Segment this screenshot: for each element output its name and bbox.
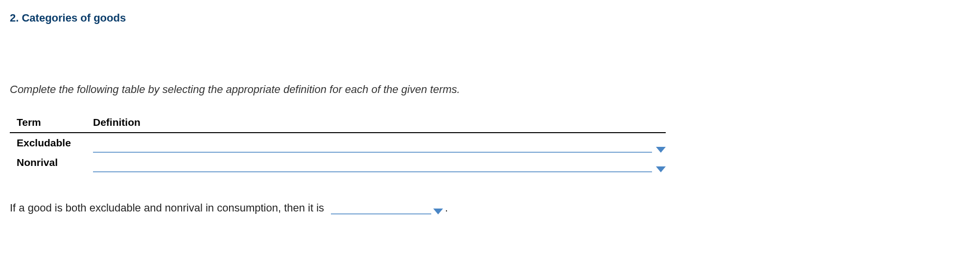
- sentence-before: If a good is both excludable and nonriva…: [10, 202, 324, 214]
- dropdown-underline: [93, 162, 652, 172]
- dropdown-underline: [331, 204, 431, 214]
- table-header-row: Term Definition: [10, 113, 666, 133]
- col-header-definition: Definition: [93, 113, 666, 133]
- term-cell-nonrival: Nonrival: [10, 153, 93, 172]
- chevron-down-icon: [433, 209, 443, 214]
- sentence-after: .: [445, 202, 448, 214]
- svg-marker-1: [656, 166, 666, 172]
- heading-number: 2.: [10, 12, 19, 24]
- definition-dropdown-nonrival[interactable]: [93, 162, 666, 172]
- chevron-down-icon: [656, 166, 666, 172]
- table-row: Nonrival: [10, 153, 666, 172]
- heading-text: Categories of goods: [22, 12, 126, 24]
- terms-table: Term Definition Excludable Nonrival: [10, 113, 666, 172]
- svg-marker-0: [656, 147, 666, 153]
- good-type-dropdown[interactable]: [331, 204, 443, 214]
- fill-in-sentence: If a good is both excludable and nonriva…: [10, 202, 970, 214]
- definition-dropdown-excludable[interactable]: [93, 142, 666, 153]
- svg-marker-2: [433, 209, 443, 214]
- dropdown-underline: [93, 142, 652, 153]
- section-heading: 2. Categories of goods: [10, 12, 970, 24]
- term-cell-excludable: Excludable: [10, 133, 93, 153]
- col-header-term: Term: [10, 113, 93, 133]
- table-row: Excludable: [10, 133, 666, 153]
- chevron-down-icon: [656, 147, 666, 153]
- instruction-text: Complete the following table by selectin…: [10, 83, 970, 96]
